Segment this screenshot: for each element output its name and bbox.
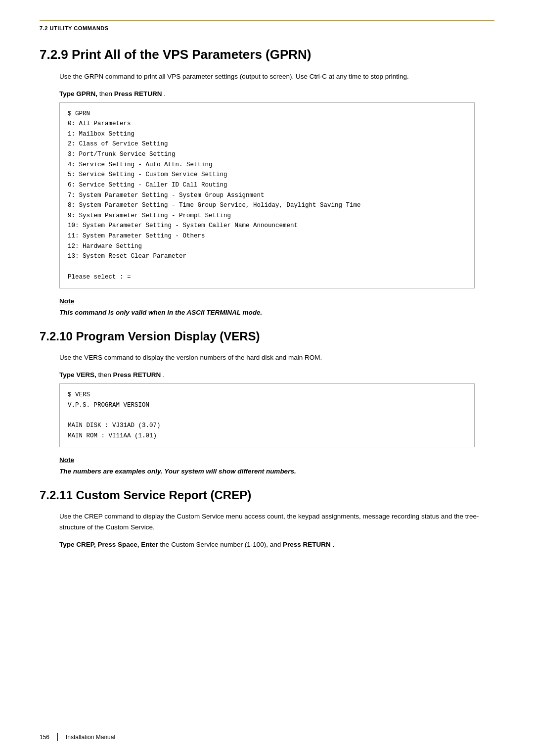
section-729-code-box: $ GPRN 0: All Parameters 1: Mailbox Sett… xyxy=(59,102,475,289)
code-line-14: 12: Hardware Setting xyxy=(68,241,466,252)
code-line-7: 5: Service Setting - Custom Service Sett… xyxy=(68,170,466,180)
page-container: 7.2 UTILITY COMMANDS 7.2.9 Print All of … xyxy=(0,0,534,756)
code-line-13: 11: System Parameter Setting - Others xyxy=(68,231,466,241)
section-7211-instruction: Type CREP, Press Space, Enter the Custom… xyxy=(59,541,494,548)
code-line-8: 6: Service Setting - Caller ID Call Rout… xyxy=(68,180,466,190)
section-729-title: 7.2.9 Print All of the VPS Parameters (G… xyxy=(40,47,494,62)
note-729-title: Note xyxy=(59,297,475,305)
section-7210-title: 7.2.10 Program Version Display (VERS) xyxy=(40,330,494,343)
code-line-1: $ GPRN xyxy=(68,109,466,119)
instruction-keyword-type: Type GPRN, xyxy=(59,90,97,97)
section-7210: 7.2.10 Program Version Display (VERS) Us… xyxy=(40,330,494,476)
footer-page-number: 156 xyxy=(40,734,49,741)
instruction-crep-end: . xyxy=(333,541,335,548)
note-7210-text: The numbers are examples only. Your syst… xyxy=(59,467,475,476)
code-line-12: 10: System Parameter Setting - System Ca… xyxy=(68,221,466,231)
instruction-vers-press: Press RETURN xyxy=(113,371,161,378)
vers-code-1: $ VERS xyxy=(68,390,466,400)
footer-label: Installation Manual xyxy=(66,734,115,741)
code-line-2: 0: All Parameters xyxy=(68,119,466,129)
code-line-blank xyxy=(68,262,466,272)
section-7210-code-box: $ VERS V.P.S. PROGRAM VERSION MAIN DISK … xyxy=(59,383,475,447)
code-line-6: 4: Service Setting - Auto Attn. Setting xyxy=(68,160,466,170)
code-line-10: 8: System Parameter Setting - Time Group… xyxy=(68,200,466,211)
section-729-note: Note This command is only valid when in … xyxy=(59,297,475,318)
instruction-crep-middle: the Custom Service number (1-100), and xyxy=(160,541,283,548)
vers-code-blank xyxy=(68,410,466,421)
code-line-4: 2: Class of Service Setting xyxy=(68,139,466,149)
code-line-15: 13: System Reset Clear Parameter xyxy=(68,251,466,262)
instruction-crep-bold: Type CREP, Press Space, Enter xyxy=(59,541,158,548)
vers-code-4: MAIN ROM : VI11AA (1.01) xyxy=(68,431,466,441)
section-header-label: 7.2 UTILITY COMMANDS xyxy=(40,25,494,31)
section-7210-instruction: Type VERS, then Press RETURN . xyxy=(59,371,494,378)
instruction-vers-then: then xyxy=(98,371,113,378)
code-line-16: Please select : = xyxy=(68,272,466,283)
section-7210-body: Use the VERS command to display the vers… xyxy=(59,352,494,363)
section-7210-note: Note The numbers are examples only. Your… xyxy=(59,456,475,476)
footer: 156 Installation Manual xyxy=(40,733,115,741)
section-729-instruction: Type GPRN, then Press RETURN . xyxy=(59,90,494,97)
code-line-5: 3: Port/Trunk Service Setting xyxy=(68,149,466,160)
instruction-press: Press RETURN xyxy=(114,90,162,97)
vers-code-2: V.P.S. PROGRAM VERSION xyxy=(68,400,466,411)
footer-divider xyxy=(57,733,58,741)
instruction-then: then xyxy=(99,90,114,97)
section-729-body: Use the GRPN command to print all VPS pa… xyxy=(59,71,494,82)
vers-code-3: MAIN DISK : VJ31AD (3.07) xyxy=(68,421,466,431)
note-7210-title: Note xyxy=(59,456,475,464)
section-7211-title: 7.2.11 Custom Service Report (CREP) xyxy=(40,488,494,502)
section-729: 7.2.9 Print All of the VPS Parameters (G… xyxy=(40,47,494,318)
code-line-3: 1: Mailbox Setting xyxy=(68,129,466,140)
instruction-vers-type: Type VERS, xyxy=(59,371,96,378)
section-7211-body: Use the CREP command to display the Cust… xyxy=(59,511,494,532)
instruction-vers-end: . xyxy=(163,371,165,378)
code-line-11: 9: System Parameter Setting - Prompt Set… xyxy=(68,211,466,221)
instruction-crep-return: Press RETURN xyxy=(283,541,331,548)
note-729-text: This command is only valid when in the A… xyxy=(59,308,475,318)
section-7211: 7.2.11 Custom Service Report (CREP) Use … xyxy=(40,488,494,548)
top-bar xyxy=(40,20,494,21)
code-line-9: 7: System Parameter Setting - System Gro… xyxy=(68,190,466,201)
instruction-end: . xyxy=(164,90,166,97)
